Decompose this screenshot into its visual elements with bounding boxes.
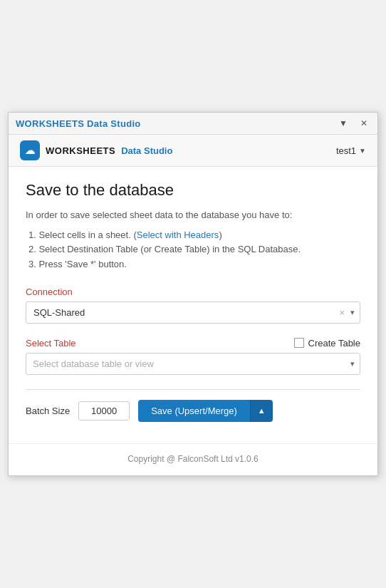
footer: Copyright @ FalconSoft Ltd v1.0.6	[9, 443, 377, 475]
batch-size-input[interactable]	[78, 401, 130, 421]
title-bar: WORKSHEETS Data Studio ▼ ✕	[9, 113, 377, 135]
instruction-item-1: 1. Select cells in a sheet. (Select with…	[26, 228, 360, 243]
close-button[interactable]: ✕	[358, 117, 370, 130]
logo-text-worksheets: WORKSHEETS	[46, 145, 115, 156]
minimize-button[interactable]: ▼	[336, 117, 350, 130]
title-bar-label: WORKSHEETS Data Studio	[16, 118, 141, 129]
title-bar-title: WORKSHEETS Data Studio	[16, 118, 141, 129]
save-upsert-button[interactable]: Save (Upsert/Merge)	[138, 400, 250, 422]
batch-size-label: Batch Size	[26, 406, 70, 416]
user-chevron-icon: ▼	[359, 147, 366, 155]
select-table-label: Select Table	[26, 338, 76, 349]
logo-area: ☁ WORKSHEETS Data Studio	[20, 140, 172, 160]
header-bar: ☁ WORKSHEETS Data Studio test1 ▼	[9, 135, 377, 167]
create-table-area: Create Table	[294, 338, 360, 349]
instruction-link[interactable]: Select with Headers	[137, 229, 219, 240]
title-bar-controls: ▼ ✕	[336, 117, 370, 130]
logo-text-datastudio: Data Studio	[121, 145, 172, 156]
logo-icon-char: ☁	[25, 145, 35, 156]
create-table-label[interactable]: Create Table	[308, 338, 360, 349]
instruction-item-2: 2. Select Destination Table (or Create T…	[26, 242, 360, 257]
footer-text: Copyright @ FalconSoft Ltd v1.0.6	[127, 454, 259, 464]
table-select[interactable]	[26, 353, 360, 375]
user-label: test1	[336, 145, 356, 156]
page-description: In order to save selected sheet data to …	[26, 208, 360, 222]
instruction-text-1a: 1. Select cells in a sheet. (	[28, 229, 137, 240]
page-title: Save to the database	[26, 181, 360, 200]
connection-select-wrapper: SQL-Shared × ▾	[26, 301, 360, 324]
action-row: Batch Size Save (Upsert/Merge) ▲	[26, 400, 360, 429]
instructions-list: 1. Select cells in a sheet. (Select with…	[26, 228, 360, 272]
save-dropdown-arrow-button[interactable]: ▲	[250, 400, 273, 422]
main-content: Save to the database In order to save se…	[9, 167, 377, 443]
table-select-wrapper: Select database table or view ▾	[26, 353, 360, 375]
divider	[26, 389, 360, 390]
save-button-group: Save (Upsert/Merge) ▲	[138, 400, 273, 422]
instruction-text-1b: )	[219, 229, 221, 240]
save-arrow-icon: ▲	[258, 406, 266, 415]
connection-select[interactable]: SQL-Shared	[26, 301, 360, 324]
instruction-item-3: 3. Press 'Save *' button.	[26, 257, 360, 272]
select-table-row: Select Table Create Table	[26, 338, 360, 349]
main-window: WORKSHEETS Data Studio ▼ ✕ ☁ WORKSHEETS …	[8, 112, 378, 476]
connection-label: Connection	[26, 287, 360, 297]
user-menu[interactable]: test1 ▼	[336, 145, 366, 156]
create-table-checkbox[interactable]	[294, 338, 304, 348]
logo-icon: ☁	[20, 140, 40, 160]
